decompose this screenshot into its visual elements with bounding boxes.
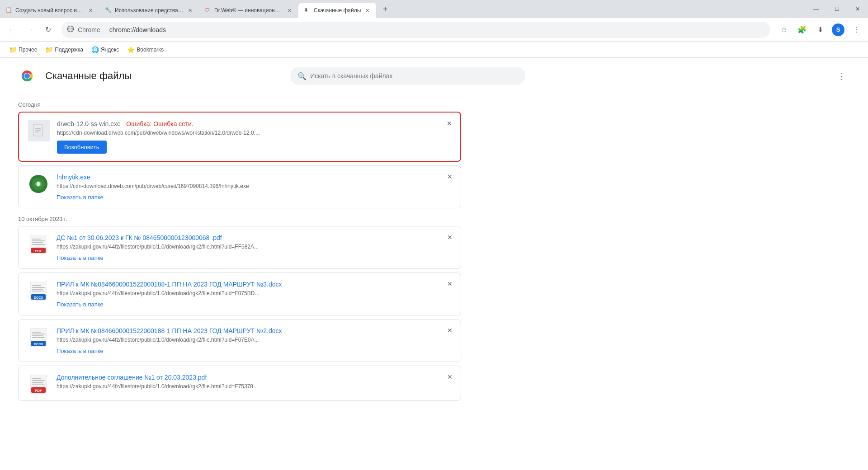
bookmark-support-label: Поддержка [55, 47, 83, 53]
file-actions-2: Показать в папке [57, 194, 452, 201]
page-title: Скачанные файлы [45, 70, 132, 82]
download-button[interactable]: ⬇ [812, 22, 828, 38]
file-name-3[interactable]: ДС №1 от 30.06.2023 к ГК № 0846500000123… [57, 234, 222, 241]
window-controls: — ☐ ✕ [806, 0, 868, 18]
svg-rect-32 [32, 335, 43, 336]
remove-button-5[interactable]: ✕ [444, 325, 455, 336]
download-item-docx-2: DOCX ПРИЛ к МК №0846600001522000188-1 ПП… [18, 319, 461, 362]
file-name-1[interactable]: drweb-12.0-ss-win.exe [57, 120, 121, 127]
file-url-3: https://zakupki.gov.ru/44fz/filestore/pu… [57, 244, 373, 250]
file-url-6: https://zakupki.gov.ru/44fz/filestore/pu… [57, 383, 373, 390]
remove-button-6[interactable]: ✕ [444, 371, 455, 382]
bookmark-prochee[interactable]: 📁 Прочее [5, 44, 41, 55]
file-info-5: ПРИЛ к МК №0846600001522000188-1 ПП НА 2… [57, 327, 452, 354]
file-url-4: https://zakupki.gov.ru/44fz/filestore/pu… [57, 290, 373, 296]
file-icon-pdf-2: PDF [28, 373, 49, 395]
file-name-5[interactable]: ПРИЛ к МК №0846600001522000188-1 ПП НА 2… [57, 327, 282, 334]
svg-text:DOCX: DOCX [34, 343, 43, 346]
bookmark-star-button[interactable]: ☆ [776, 22, 792, 38]
downloads-list: Сегодня drweb-12.0-ss-win.exe Ошибка: Ош… [0, 89, 868, 470]
download-item-dop-pdf: PDF Дополнительное соглашение №1 от 20.0… [18, 366, 461, 401]
file-name-row: drweb-12.0-ss-win.exe Ошибка: Ошибка сет… [57, 120, 451, 128]
file-info-3: ДС №1 от 30.06.2023 к ГК № 0846500000123… [57, 234, 452, 261]
address-url: chrome://downloads [109, 26, 166, 33]
file-icon-pdf-1: PDF [28, 234, 49, 255]
section-today: Сегодня [18, 101, 850, 108]
star-icon: ⭐ [127, 46, 135, 53]
maximize-button[interactable]: ☐ [826, 0, 847, 18]
file-name-4[interactable]: ПРИЛ к МК №0846600001522000188-1 ПП НА 2… [57, 281, 282, 288]
tab-3-close[interactable]: ✕ [286, 7, 293, 14]
svg-rect-25 [32, 289, 43, 290]
profile-button[interactable]: S [830, 22, 846, 38]
remove-button-4[interactable]: ✕ [444, 278, 455, 289]
remove-button-3[interactable]: ✕ [444, 232, 455, 243]
tab-2-close[interactable]: ✕ [186, 7, 193, 14]
extensions-button[interactable]: 🧩 [794, 22, 810, 38]
tab-1-close[interactable]: ✕ [87, 7, 94, 14]
search-input[interactable] [310, 72, 518, 80]
bookmark-yandex[interactable]: 🌐 Яндекс [88, 44, 123, 55]
svg-rect-30 [32, 332, 41, 333]
file-url-5: https://zakupki.gov.ru/44fz/filestore/pu… [57, 337, 373, 343]
chrome-icon [67, 25, 74, 34]
remove-button-2[interactable]: ✕ [444, 171, 455, 182]
more-options-button[interactable]: ⋮ [834, 68, 850, 84]
svg-text:PDF: PDF [35, 249, 42, 253]
show-in-folder-3[interactable]: Показать в папке [57, 254, 104, 261]
remove-button-1[interactable]: ✕ [444, 118, 455, 129]
show-in-folder-5[interactable]: Показать в папке [57, 348, 104, 354]
title-bar: 📋 Создать новый вопрос или на... ✕ 🔧 Исп… [0, 0, 868, 18]
file-url-1: https://cdn-download.drweb.com/pub/drweb… [57, 130, 373, 136]
download-item-docx-3: DOCX ПРИЛ к МК №0846600001522000188-1 ПП… [18, 273, 461, 315]
reload-button[interactable]: ↻ [40, 22, 56, 38]
file-icon-docx-2: DOCX [28, 327, 49, 348]
address-brand: Chrome [78, 26, 100, 33]
download-item-drweb-error: drweb-12.0-ss-win.exe Ошибка: Ошибка сет… [18, 112, 461, 162]
file-icon-drweb [28, 173, 49, 195]
yandex-icon: 🌐 [91, 46, 99, 53]
tab-2[interactable]: 🔧 Использование средства про... ✕ [99, 3, 199, 18]
svg-rect-31 [32, 334, 45, 334]
tab-3-favicon: 🛡 [204, 7, 212, 14]
file-actions-3: Показать в папке [57, 254, 452, 261]
svg-rect-7 [35, 128, 41, 129]
tab-1[interactable]: 📋 Создать новый вопрос или на... ✕ [0, 3, 99, 18]
file-actions-5: Показать в папке [57, 348, 452, 354]
tab-2-favicon: 🔧 [105, 7, 112, 14]
show-in-folder-2[interactable]: Показать в папке [57, 194, 104, 201]
file-info-4: ПРИЛ к МК №0846600001522000188-1 ПП НА 2… [57, 280, 452, 308]
tab-2-title: Использование средства про... [115, 7, 184, 14]
nav-bar: ← → ↻ Chrome chrome://downloads ☆ 🧩 ⬇ S … [0, 18, 868, 42]
tab-3[interactable]: 🛡 Dr.Web® — инновационные т... ✕ [199, 3, 298, 18]
file-name-6[interactable]: Дополнительное соглашение №1 от 20.03.20… [57, 374, 207, 381]
menu-button[interactable]: ⋮ [848, 22, 864, 38]
address-bar[interactable]: Chrome chrome://downloads [61, 22, 770, 38]
svg-point-5 [24, 73, 30, 79]
download-item-ds-pdf: PDF ДС №1 от 30.06.2023 к ГК № 084650000… [18, 226, 461, 269]
bookmark-bookmarks[interactable]: ⭐ Bookmarks [123, 44, 167, 55]
tab-4-favicon: ⬇ [304, 7, 311, 14]
tab-list: 📋 Создать новый вопрос или на... ✕ 🔧 Исп… [0, 0, 806, 18]
page-content: Скачанные файлы 🔍 ⋮ Сегодня [0, 58, 868, 470]
svg-rect-9 [35, 132, 39, 132]
file-icon-docx-1: DOCX [28, 280, 49, 302]
svg-rect-38 [32, 380, 45, 381]
close-button[interactable]: ✕ [847, 0, 868, 18]
avatar[interactable]: S [832, 24, 844, 36]
minimize-button[interactable]: — [806, 0, 826, 18]
tab-1-favicon: 📋 [5, 7, 13, 14]
bookmark-support[interactable]: 📁 Поддержка [42, 44, 87, 55]
search-bar[interactable]: 🔍 [290, 67, 525, 85]
tab-4-close[interactable]: ✕ [363, 7, 371, 14]
file-name-2[interactable]: fnhnytik.exe [57, 174, 90, 181]
show-in-folder-4[interactable]: Показать в папке [57, 301, 104, 308]
back-button[interactable]: ← [4, 22, 20, 38]
error-message-1: Ошибка: Ошибка сети. [126, 120, 193, 127]
retry-button-1[interactable]: Возобновить [57, 141, 107, 154]
forward-button[interactable]: → [22, 22, 38, 38]
tab-4[interactable]: ⬇ Скачанные файлы ✕ [298, 3, 376, 18]
file-info-1: drweb-12.0-ss-win.exe Ошибка: Ошибка сет… [57, 120, 451, 154]
new-tab-button[interactable]: + [378, 2, 392, 16]
svg-rect-16 [32, 239, 41, 240]
